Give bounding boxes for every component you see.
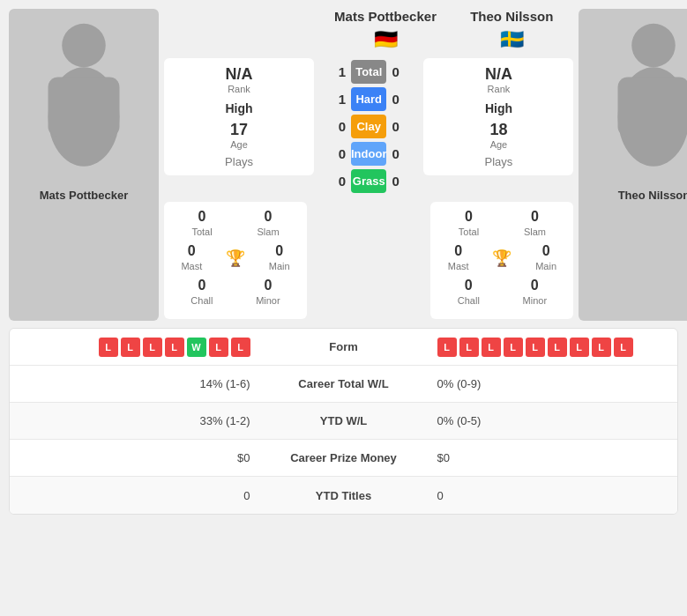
right-player-photo: Theo Nilsson [579, 9, 687, 321]
right-form-badges: LLLLLLLLL [423, 338, 678, 357]
left-main-value: 0 [269, 243, 290, 259]
form-badge-right: L [592, 338, 611, 357]
right-rank-value: N/A [432, 65, 564, 84]
form-badge-right: L [526, 338, 545, 357]
form-badge-right: L [548, 338, 567, 357]
form-badge-left: L [99, 338, 118, 357]
right-total-value: 0 [459, 209, 479, 225]
clay-score-left: 0 [319, 119, 346, 134]
right-player-flag: 🇸🇪 [470, 28, 553, 51]
left-slam-label: Slam [258, 226, 280, 237]
right-rank-label: Rank [432, 84, 564, 94]
hard-score-right: 0 [392, 92, 418, 107]
right-minor-value: 0 [523, 278, 548, 293]
right-plays-label: Plays [432, 155, 564, 168]
right-player-name: Theo Nilsson [470, 9, 553, 25]
right-age-label: Age [432, 139, 564, 150]
total-score-right: 0 [392, 64, 418, 79]
form-badge-right: L [459, 338, 479, 357]
clay-surface-btn[interactable]: Clay [351, 115, 386, 138]
left-rank-value: N/A [173, 65, 305, 84]
table-row: 14% (1-6) Career Total W/L 0% (0-9) [10, 366, 677, 403]
form-badge-left: L [121, 338, 140, 357]
clay-score-right: 0 [392, 119, 418, 134]
table-cell-right: 0% (0-9) [423, 370, 678, 397]
right-mast-value: 0 [448, 243, 469, 259]
form-badge-left: L [143, 338, 162, 357]
left-mast-value: 0 [181, 243, 202, 259]
left-chall-value: 0 [190, 278, 213, 293]
table-row: 0 YTD Titles 0 [10, 477, 677, 514]
svg-point-0 [62, 24, 106, 68]
total-surface-btn[interactable]: Total [351, 60, 386, 84]
table-cell-right: 0% (0-5) [423, 407, 678, 434]
left-plays-label: Plays [173, 155, 305, 168]
table-cell-center: Career Prize Money [265, 444, 423, 471]
table-cell-right: $0 [423, 444, 678, 471]
left-player-name: Mats Pottbecker [334, 9, 437, 25]
form-badge-left: L [231, 338, 250, 357]
form-badge-right: L [614, 338, 633, 357]
left-rank-label: Rank [173, 84, 305, 94]
grass-surface-btn[interactable]: Grass [351, 169, 386, 193]
left-player-name-under-photo: Mats Pottbecker [9, 185, 159, 209]
left-level: High [173, 101, 305, 115]
table-cell-left: 33% (1-2) [10, 407, 265, 434]
left-player-flag: 🇩🇪 [334, 28, 437, 51]
right-chall-value: 0 [458, 278, 480, 293]
left-total-value: 0 [191, 209, 212, 225]
indoor-surface-btn[interactable]: Indoor [351, 142, 386, 166]
table-cell-right: 0 [423, 482, 678, 509]
left-player-photo: Mats Pottbecker [9, 9, 159, 321]
right-main-label: Main [535, 261, 556, 271]
table-row: $0 Career Prize Money $0 [10, 440, 677, 477]
right-slam-label: Slam [524, 226, 546, 237]
right-main-value: 0 [535, 243, 556, 259]
form-badge-right: L [504, 338, 523, 357]
table-cell-center: Career Total W/L [265, 370, 423, 397]
right-age: 18 [432, 121, 564, 139]
right-trophy-icon: 🏆 [492, 249, 512, 268]
right-total-label: Total [459, 226, 479, 237]
total-score-left: 1 [319, 64, 346, 79]
table-cell-left: 14% (1-6) [10, 370, 265, 397]
form-badge-left: L [209, 338, 228, 357]
form-badge-right: L [437, 338, 457, 357]
stats-comparison-table: LLLLWLL Form LLLLLLLLL 14% (1-6) Career … [9, 328, 678, 515]
right-player-name-under-photo: Theo Nilsson [579, 185, 687, 209]
table-cell-center: YTD Titles [265, 482, 423, 509]
svg-rect-5 [618, 78, 687, 137]
left-main-label: Main [269, 261, 290, 271]
right-stats-box: N/A Rank High 18 Age Plays [423, 58, 573, 175]
left-trophy-icon: 🏆 [226, 249, 245, 268]
right-minor-label: Minor [523, 295, 548, 306]
svg-rect-2 [49, 78, 120, 137]
left-age-label: Age [173, 139, 305, 150]
left-age: 17 [173, 121, 305, 139]
left-minor-value: 0 [256, 278, 280, 293]
grass-score-right: 0 [392, 174, 418, 189]
table-row: 33% (1-2) YTD W/L 0% (0-5) [10, 403, 677, 440]
form-label: Form [265, 333, 423, 360]
form-badge-left: W [187, 338, 206, 357]
left-slam-value: 0 [258, 209, 280, 225]
left-chall-label: Chall [190, 295, 213, 306]
form-badge-left: L [165, 338, 184, 357]
form-badge-right: L [570, 338, 589, 357]
indoor-score-left: 0 [319, 146, 346, 161]
hard-surface-btn[interactable]: Hard [351, 87, 386, 111]
left-stats-box: N/A Rank High 17 Age Plays [164, 58, 314, 175]
indoor-score-right: 0 [392, 146, 418, 161]
svg-point-3 [632, 24, 676, 68]
table-cell-center: YTD W/L [265, 407, 423, 434]
right-level: High [432, 101, 564, 115]
right-slam-value: 0 [524, 209, 546, 225]
left-form-badges: LLLLWLL [10, 338, 265, 357]
right-chall-label: Chall [458, 295, 480, 306]
table-cell-left: $0 [10, 444, 265, 471]
grass-score-left: 0 [319, 174, 346, 189]
form-badge-right: L [482, 338, 501, 357]
right-mast-label: Mast [448, 261, 469, 271]
form-row: LLLLWLL Form LLLLLLLLL [10, 329, 677, 366]
hard-score-left: 1 [319, 92, 346, 107]
